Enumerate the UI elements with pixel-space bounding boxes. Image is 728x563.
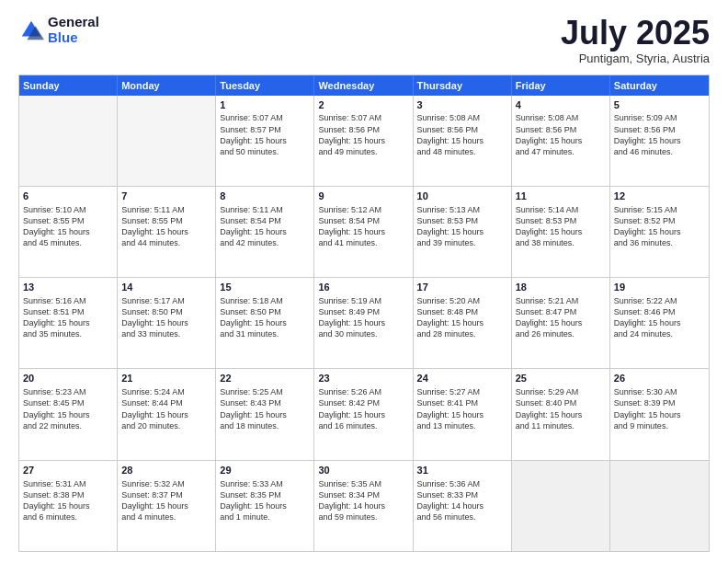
header-day-friday: Friday — [512, 75, 610, 96]
day-number: 20 — [23, 372, 113, 385]
logo: General Blue — [18, 15, 99, 45]
calendar-cell: 19Sunrise: 5:22 AM Sunset: 8:46 PM Dayli… — [610, 278, 709, 368]
logo-icon — [18, 17, 44, 43]
calendar-cell: 17Sunrise: 5:20 AM Sunset: 8:48 PM Dayli… — [414, 278, 512, 368]
day-number: 12 — [614, 190, 705, 203]
calendar-cell: 27Sunrise: 5:31 AM Sunset: 8:38 PM Dayli… — [19, 461, 118, 551]
cell-details: Sunrise: 5:11 AM Sunset: 8:54 PM Dayligh… — [220, 204, 310, 249]
cell-details: Sunrise: 5:21 AM Sunset: 8:47 PM Dayligh… — [516, 295, 606, 340]
cell-details: Sunrise: 5:27 AM Sunset: 8:41 PM Dayligh… — [417, 386, 507, 431]
day-number: 26 — [614, 372, 705, 385]
calendar-cell: 3Sunrise: 5:08 AM Sunset: 8:56 PM Daylig… — [414, 96, 512, 186]
day-number: 27 — [23, 464, 113, 477]
calendar-cell: 24Sunrise: 5:27 AM Sunset: 8:41 PM Dayli… — [414, 369, 512, 459]
day-number: 25 — [516, 372, 606, 385]
cell-details: Sunrise: 5:13 AM Sunset: 8:53 PM Dayligh… — [417, 204, 507, 249]
day-number: 6 — [23, 190, 113, 203]
day-number: 5 — [614, 98, 705, 112]
day-number: 7 — [121, 190, 211, 203]
day-number: 15 — [220, 281, 310, 294]
calendar-cell: 9Sunrise: 5:12 AM Sunset: 8:54 PM Daylig… — [314, 187, 413, 277]
day-number: 31 — [417, 464, 507, 477]
day-number: 3 — [417, 98, 507, 112]
cell-details: Sunrise: 5:31 AM Sunset: 8:38 PM Dayligh… — [23, 478, 113, 523]
title-block: July 2025 Puntigam, Styria, Austria — [561, 15, 710, 65]
day-number: 1 — [220, 98, 310, 112]
cell-details: Sunrise: 5:24 AM Sunset: 8:44 PM Dayligh… — [121, 386, 211, 431]
calendar-cell: 14Sunrise: 5:17 AM Sunset: 8:50 PM Dayli… — [118, 278, 216, 368]
calendar-cell: 13Sunrise: 5:16 AM Sunset: 8:51 PM Dayli… — [19, 278, 118, 368]
cell-details: Sunrise: 5:20 AM Sunset: 8:48 PM Dayligh… — [417, 295, 507, 340]
month-title: July 2025 — [561, 15, 710, 52]
calendar-cell: 2Sunrise: 5:07 AM Sunset: 8:56 PM Daylig… — [314, 96, 413, 186]
calendar-cell: 28Sunrise: 5:32 AM Sunset: 8:37 PM Dayli… — [118, 461, 216, 551]
cell-details: Sunrise: 5:16 AM Sunset: 8:51 PM Dayligh… — [23, 295, 113, 340]
header-day-monday: Monday — [118, 75, 216, 96]
cell-details: Sunrise: 5:30 AM Sunset: 8:39 PM Dayligh… — [614, 386, 705, 431]
calendar-cell: 5Sunrise: 5:09 AM Sunset: 8:56 PM Daylig… — [610, 96, 709, 186]
cell-details: Sunrise: 5:10 AM Sunset: 8:55 PM Dayligh… — [23, 204, 113, 249]
logo-text: General Blue — [48, 15, 99, 45]
cell-details: Sunrise: 5:12 AM Sunset: 8:54 PM Dayligh… — [318, 204, 408, 249]
day-number: 8 — [220, 190, 310, 203]
day-number: 21 — [121, 372, 211, 385]
calendar-row: 27Sunrise: 5:31 AM Sunset: 8:38 PM Dayli… — [19, 461, 709, 551]
day-number: 30 — [318, 464, 408, 477]
cell-details: Sunrise: 5:08 AM Sunset: 8:56 PM Dayligh… — [417, 112, 507, 157]
day-number: 2 — [318, 98, 408, 112]
calendar-cell: 21Sunrise: 5:24 AM Sunset: 8:44 PM Dayli… — [118, 369, 216, 459]
page: General Blue July 2025 Puntigam, Styria,… — [0, 0, 728, 563]
cell-details: Sunrise: 5:22 AM Sunset: 8:46 PM Dayligh… — [614, 295, 705, 340]
day-number: 9 — [318, 190, 408, 203]
calendar-cell: 31Sunrise: 5:36 AM Sunset: 8:33 PM Dayli… — [414, 461, 512, 551]
calendar-cell: 18Sunrise: 5:21 AM Sunset: 8:47 PM Dayli… — [512, 278, 610, 368]
calendar-cell: 25Sunrise: 5:29 AM Sunset: 8:40 PM Dayli… — [512, 369, 610, 459]
day-number: 22 — [220, 372, 310, 385]
calendar-cell — [610, 461, 709, 551]
header-day-wednesday: Wednesday — [314, 75, 413, 96]
cell-details: Sunrise: 5:17 AM Sunset: 8:50 PM Dayligh… — [121, 295, 211, 340]
cell-details: Sunrise: 5:32 AM Sunset: 8:37 PM Dayligh… — [121, 478, 211, 523]
day-number: 24 — [417, 372, 507, 385]
calendar-row: 13Sunrise: 5:16 AM Sunset: 8:51 PM Dayli… — [19, 278, 709, 369]
cell-details: Sunrise: 5:23 AM Sunset: 8:45 PM Dayligh… — [23, 386, 113, 431]
day-number: 29 — [220, 464, 310, 477]
calendar-row: 6Sunrise: 5:10 AM Sunset: 8:55 PM Daylig… — [19, 187, 709, 278]
cell-details: Sunrise: 5:11 AM Sunset: 8:55 PM Dayligh… — [121, 204, 211, 249]
header-day-thursday: Thursday — [414, 75, 512, 96]
calendar-cell — [512, 461, 610, 551]
header-day-sunday: Sunday — [19, 75, 118, 96]
day-number: 11 — [516, 190, 606, 203]
cell-details: Sunrise: 5:15 AM Sunset: 8:52 PM Dayligh… — [614, 204, 705, 249]
calendar: SundayMondayTuesdayWednesdayThursdayFrid… — [18, 75, 710, 552]
calendar-cell: 26Sunrise: 5:30 AM Sunset: 8:39 PM Dayli… — [610, 369, 709, 459]
cell-details: Sunrise: 5:26 AM Sunset: 8:42 PM Dayligh… — [318, 386, 408, 431]
cell-details: Sunrise: 5:09 AM Sunset: 8:56 PM Dayligh… — [614, 112, 705, 157]
day-number: 16 — [318, 281, 408, 294]
calendar-cell: 7Sunrise: 5:11 AM Sunset: 8:55 PM Daylig… — [118, 187, 216, 277]
calendar-row: 20Sunrise: 5:23 AM Sunset: 8:45 PM Dayli… — [19, 369, 709, 460]
cell-details: Sunrise: 5:25 AM Sunset: 8:43 PM Dayligh… — [220, 386, 310, 431]
cell-details: Sunrise: 5:33 AM Sunset: 8:35 PM Dayligh… — [220, 478, 310, 523]
cell-details: Sunrise: 5:35 AM Sunset: 8:34 PM Dayligh… — [318, 478, 408, 523]
calendar-cell: 4Sunrise: 5:08 AM Sunset: 8:56 PM Daylig… — [512, 96, 610, 186]
day-number: 23 — [318, 372, 408, 385]
calendar-cell: 20Sunrise: 5:23 AM Sunset: 8:45 PM Dayli… — [19, 369, 118, 459]
calendar-cell: 22Sunrise: 5:25 AM Sunset: 8:43 PM Dayli… — [216, 369, 314, 459]
subtitle: Puntigam, Styria, Austria — [561, 52, 710, 65]
calendar-cell: 16Sunrise: 5:19 AM Sunset: 8:49 PM Dayli… — [314, 278, 413, 368]
day-number: 19 — [614, 281, 705, 294]
calendar-cell: 29Sunrise: 5:33 AM Sunset: 8:35 PM Dayli… — [216, 461, 314, 551]
day-number: 13 — [23, 281, 113, 294]
calendar-cell: 23Sunrise: 5:26 AM Sunset: 8:42 PM Dayli… — [314, 369, 413, 459]
calendar-row: 1Sunrise: 5:07 AM Sunset: 8:57 PM Daylig… — [19, 96, 709, 187]
day-number: 14 — [121, 281, 211, 294]
calendar-cell — [118, 96, 216, 186]
calendar-header: SundayMondayTuesdayWednesdayThursdayFrid… — [19, 75, 709, 96]
cell-details: Sunrise: 5:19 AM Sunset: 8:49 PM Dayligh… — [318, 295, 408, 340]
cell-details: Sunrise: 5:07 AM Sunset: 8:56 PM Dayligh… — [318, 112, 408, 157]
cell-details: Sunrise: 5:36 AM Sunset: 8:33 PM Dayligh… — [417, 478, 507, 523]
logo-blue: Blue — [48, 30, 99, 46]
calendar-cell: 1Sunrise: 5:07 AM Sunset: 8:57 PM Daylig… — [216, 96, 314, 186]
calendar-cell: 30Sunrise: 5:35 AM Sunset: 8:34 PM Dayli… — [314, 461, 413, 551]
